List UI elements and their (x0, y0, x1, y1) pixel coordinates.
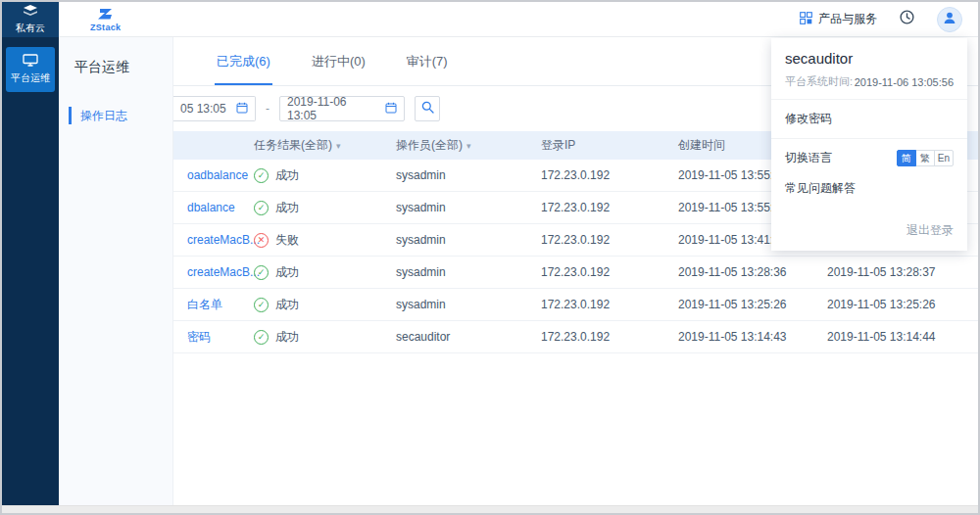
login-ip-cell: 172.23.0.192 (541, 233, 678, 247)
zstack-logo: ZStack (90, 7, 121, 32)
fail-icon: ✕ (254, 233, 269, 248)
login-ip-cell: 172.23.0.192 (541, 201, 678, 214)
faq-item[interactable]: 常见问题解答 (771, 172, 967, 209)
active-indicator-bar (69, 107, 72, 124)
calendar-icon (236, 102, 248, 117)
operator-cell: sysadmin (396, 201, 541, 214)
date-range-separator: - (266, 102, 270, 116)
sidebar-item-operation-logs[interactable]: 操作日志 (59, 100, 172, 131)
topbar-right: 产品与服务 (800, 7, 978, 32)
user-avatar-button[interactable] (937, 7, 962, 32)
task-result-cell: ✓成功 (254, 264, 396, 281)
filter-caret-icon: ▾ (336, 141, 341, 151)
success-icon: ✓ (254, 265, 269, 280)
column-header-label: 登录IP (541, 137, 575, 154)
date-to-input[interactable]: 2019-11-06 13:05 (279, 96, 405, 121)
task-name-cell: createMacB... (173, 233, 254, 247)
task-name-link[interactable]: dbalance (187, 201, 235, 214)
task-name-link[interactable]: createMacB... (187, 233, 260, 247)
filter-caret-icon: ▾ (466, 141, 471, 151)
search-icon (421, 100, 434, 117)
created-time-cell: 2019-11-05 13:28:36 (678, 265, 827, 279)
language-switcher: 简繁En (897, 150, 954, 166)
change-password-item[interactable]: 修改密码 (771, 100, 967, 139)
task-name-cell: oadbalance (173, 168, 254, 182)
sidebar-title: 平台运维 (59, 37, 172, 76)
success-icon: ✓ (254, 330, 269, 345)
created-time-cell: 2019-11-05 13:25:26 (678, 298, 827, 311)
language-button-1[interactable]: 繁 (915, 150, 935, 166)
task-result-cell: ✓成功 (254, 200, 396, 216)
operator-cell: sysadmin (396, 265, 541, 279)
column-header-label: 创建时间 (678, 137, 725, 154)
completed-time-cell: 2019-11-05 13:28:37 (827, 265, 978, 279)
table-row: createMacB...✓成功sysadmin172.23.0.1922019… (173, 257, 978, 289)
task-name-link[interactable]: createMacB... (187, 265, 260, 279)
column-header-task-result[interactable]: 任务结果(全部)▾ (254, 137, 396, 154)
success-icon: ✓ (254, 201, 269, 215)
table-row: 白名单✓成功sysadmin172.23.0.1922019-11-05 13:… (173, 289, 978, 321)
topbar: ZStack 产品与服务 (59, 2, 978, 37)
zstack-logo-icon (97, 7, 115, 23)
completed-time-cell: 2019-11-05 13:25:26 (827, 298, 978, 311)
success-icon: ✓ (254, 168, 269, 183)
user-dropdown-menu: secauditor 平台系统时间: 2019-11-06 13:05:56 修… (771, 38, 967, 251)
task-result-text: 成功 (275, 264, 299, 281)
column-header-operator[interactable]: 操作员(全部)▾ (396, 137, 541, 154)
column-header-label: 任务结果(全部) (254, 137, 332, 154)
table-row: 密码✓成功secauditor172.23.0.1922019-11-05 13… (173, 321, 978, 353)
products-services-label: 产品与服务 (818, 11, 877, 27)
task-name-link[interactable]: 密码 (187, 330, 211, 344)
private-cloud-brand[interactable]: 私有云 (2, 2, 59, 37)
operator-cell: sysadmin (396, 168, 541, 182)
column-header-label: 操作员(全部) (396, 137, 463, 154)
task-result-text: 失败 (275, 232, 299, 249)
operator-cell: secauditor (396, 330, 541, 344)
operator-cell: sysadmin (396, 298, 541, 311)
completed-time-cell: 2019-11-05 13:14:44 (827, 330, 978, 344)
date-to-value: 2019-11-06 13:05 (287, 95, 377, 122)
login-ip-cell: 172.23.0.192 (541, 168, 678, 182)
products-services-button[interactable]: 产品与服务 (800, 11, 877, 27)
system-time-label: 平台系统时间: (785, 74, 853, 89)
date-from-value: 05 13:05 (180, 102, 226, 116)
search-button[interactable] (415, 96, 440, 121)
task-name-link[interactable]: 白名单 (187, 298, 222, 311)
grid-icon (800, 12, 812, 27)
task-result-cell: ✓成功 (254, 329, 396, 346)
task-name-cell: dbalance (173, 201, 254, 214)
history-button[interactable] (899, 9, 915, 29)
system-time-row: 平台系统时间: 2019-11-06 13:05:56 (771, 72, 967, 100)
system-time-value: 2019-11-06 13:05:56 (855, 76, 954, 88)
logout-button[interactable]: 退出登录 (771, 209, 967, 251)
task-result-text: 成功 (275, 329, 299, 346)
layers-icon (23, 5, 38, 20)
switch-language-label: 切换语言 (785, 150, 832, 166)
calendar-icon (385, 102, 397, 117)
task-result-cell: ✕失败 (254, 232, 396, 249)
zstack-logo-text: ZStack (90, 23, 121, 32)
language-row: 切换语言 简繁En (771, 139, 967, 172)
tab-audit[interactable]: 审计(7) (405, 37, 450, 85)
user-icon (942, 10, 957, 29)
operator-cell: sysadmin (396, 233, 541, 247)
monitor-icon (23, 54, 38, 69)
username-label: secauditor (771, 38, 967, 72)
task-name-cell: 白名单 (173, 297, 254, 313)
task-result-text: 成功 (275, 167, 299, 184)
task-name-link[interactable]: oadbalance (187, 168, 248, 182)
task-result-text: 成功 (275, 200, 299, 216)
tab-completed[interactable]: 已完成(6) (215, 37, 272, 85)
date-from-input[interactable]: 05 13:05 (173, 96, 256, 121)
success-icon: ✓ (254, 298, 269, 312)
tab-running[interactable]: 进行中(0) (310, 37, 368, 85)
left-rail: 私有云 平台运维 (2, 2, 59, 505)
login-ip-cell: 172.23.0.192 (541, 330, 678, 344)
rail-item-platform-ops[interactable]: 平台运维 (6, 47, 55, 92)
task-result-text: 成功 (275, 297, 299, 313)
task-name-cell: 密码 (173, 329, 254, 346)
horizontal-scrollbar[interactable] (2, 505, 978, 513)
task-result-cell: ✓成功 (254, 167, 396, 184)
language-button-2[interactable]: En (934, 150, 954, 166)
language-button-0[interactable]: 简 (897, 150, 916, 166)
